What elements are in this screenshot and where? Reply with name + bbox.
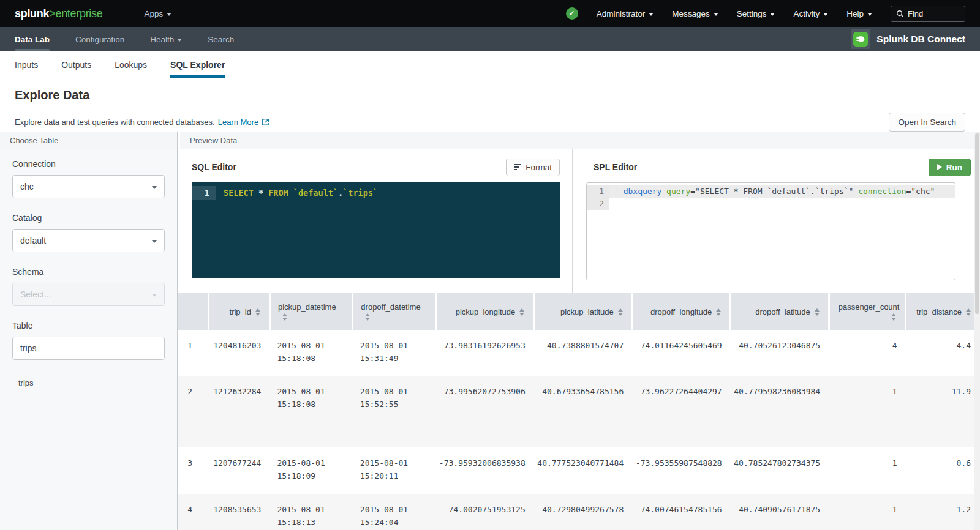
cell: -73.99562072753906 <box>435 376 533 447</box>
nav-item-health[interactable]: Health <box>150 27 182 51</box>
line-number: 1 <box>587 185 609 198</box>
nav-item-search[interactable]: Search <box>208 27 234 51</box>
app-title: Splunk DB Connect <box>876 34 965 45</box>
cell: 40.67933654785156 <box>534 376 632 447</box>
chevron-down-icon <box>177 39 182 42</box>
column-header-trip-id[interactable]: trip_id <box>208 293 270 330</box>
open-in-search-button[interactable]: Open In Search <box>889 113 965 132</box>
cell: 3 <box>178 447 208 494</box>
cell: 2015-08-0115:18:13 <box>270 494 352 530</box>
preview-data-header: Preview Data <box>180 132 980 149</box>
nav-item-data-lab[interactable]: Data Lab <box>15 27 50 51</box>
app-nav-bar: Data LabConfigurationHealthSearch Splunk… <box>0 27 980 51</box>
catalog-select[interactable]: default <box>12 229 165 252</box>
cell: 2015-08-0115:18:08 <box>270 330 352 376</box>
column-header-row-number <box>178 293 208 330</box>
nav-item-configuration[interactable]: Configuration <box>75 27 124 51</box>
menu-administrator[interactable]: Administrator <box>597 9 654 18</box>
cell: 40.777523040771484 <box>534 447 632 494</box>
chevron-down-icon <box>152 294 157 297</box>
column-header-dropoff-longitude[interactable]: dropoff_longitude <box>632 293 730 330</box>
column-header-passenger-count[interactable]: passenger_count <box>829 293 905 330</box>
cell: 40.70526123046875 <box>731 330 829 376</box>
code-text: SELECT * FROM `default`.`trips` <box>216 186 378 200</box>
learn-more-link[interactable]: Learn More <box>218 118 258 127</box>
cell: -74.0020751953125 <box>435 494 533 530</box>
column-header-trip-distance[interactable]: trip_distance <box>906 293 979 330</box>
code-line: 1SELECT * FROM `default`.`trips` <box>192 186 560 200</box>
connection-label: Connection <box>12 159 165 169</box>
chevron-down-icon <box>770 13 775 16</box>
run-button[interactable]: Run <box>929 159 971 176</box>
logo-gt: > <box>49 7 55 20</box>
splunk-enterprise-logo[interactable]: splunk>enterprise <box>15 7 102 20</box>
scrollbar-thumb[interactable] <box>975 133 979 314</box>
sort-icon <box>891 313 896 321</box>
format-button-label: Format <box>526 163 552 172</box>
preview-data-panel: Preview Data SQL Editor Format 1SELECT <box>178 132 980 530</box>
column-label: dropoff_longitude <box>650 307 712 316</box>
sort-icon <box>519 308 524 316</box>
cell: 4 <box>829 330 905 376</box>
format-icon <box>514 163 521 171</box>
cell: 4.4 <box>906 330 979 376</box>
menu-label: Messages <box>672 9 710 18</box>
menu-settings[interactable]: Settings <box>737 9 775 18</box>
sql-code-editor[interactable]: 1SELECT * FROM `default`.`trips` <box>192 182 560 278</box>
apps-menu[interactable]: Apps <box>144 9 172 18</box>
cell: 40.785247802734375 <box>731 447 829 494</box>
column-header-pickup-latitude[interactable]: pickup_latitude <box>534 293 632 330</box>
vertical-scrollbar[interactable] <box>974 132 980 530</box>
apps-menu-label: Apps <box>144 9 163 18</box>
cell: 11.9 <box>906 376 979 447</box>
chevron-down-icon <box>867 13 872 16</box>
table-row: 312076772442015-08-0115:18:092015-08-011… <box>178 447 979 494</box>
chevron-down-icon <box>152 186 157 189</box>
cell: 2 <box>178 376 208 447</box>
tab-lookups[interactable]: Lookups <box>115 51 147 78</box>
health-status-icon[interactable]: ✓ <box>566 7 578 20</box>
connection-select[interactable]: chc <box>12 175 165 198</box>
find-search-box[interactable]: Find <box>891 6 965 22</box>
cell: 0.6 <box>906 447 979 494</box>
table-list-item-trips[interactable]: trips <box>12 375 165 391</box>
code-text <box>609 198 955 210</box>
play-icon <box>937 164 942 170</box>
spl-editor-title: SPL Editor <box>594 162 637 172</box>
column-label: pickup_latitude <box>560 307 614 316</box>
cell: -73.96227264404297 <box>632 376 730 447</box>
cell: 40.72980499267578 <box>534 494 632 530</box>
plug-icon <box>853 32 868 47</box>
column-header-dropoff-latitude[interactable]: dropoff_latitude <box>731 293 829 330</box>
table-input[interactable]: trips <box>12 337 165 360</box>
schema-select[interactable]: Select... <box>12 283 165 306</box>
content-area: Choose Table Connection chc Catalog defa… <box>0 132 980 530</box>
column-header-pickup-longitude[interactable]: pickup_longitude <box>435 293 533 330</box>
column-header-dropoff-datetime[interactable]: dropoff_datetime <box>353 293 435 330</box>
tab-outputs[interactable]: Outputs <box>61 51 91 78</box>
logo-splunk: splunk <box>15 7 49 20</box>
db-connect-app-icon[interactable] <box>851 29 870 49</box>
menu-messages[interactable]: Messages <box>672 9 718 18</box>
line-number: 1 <box>192 186 216 200</box>
sort-icon <box>716 308 721 316</box>
column-label: pickup_datetime <box>278 302 336 312</box>
column-label: trip_id <box>230 307 251 316</box>
cell: 40.7388801574707 <box>534 330 632 376</box>
tab-sql-explorer[interactable]: SQL Explorer <box>170 51 225 78</box>
cell: -73.95355987548828 <box>632 447 730 494</box>
cell: 1 <box>178 330 208 376</box>
column-header-pickup-datetime[interactable]: pickup_datetime <box>270 293 352 330</box>
cell: 40.74090576171875 <box>731 494 829 530</box>
format-button[interactable]: Format <box>506 159 560 176</box>
cell: 4 <box>178 494 208 530</box>
cell: -74.01164245605469 <box>632 330 730 376</box>
search-icon <box>896 10 904 18</box>
spl-code-editor[interactable]: 1| dbxquery query="SELECT * FROM `defaul… <box>586 182 956 280</box>
page-header: Explore Data Explore data and test queri… <box>0 78 980 132</box>
sort-icon <box>365 313 370 321</box>
menu-help[interactable]: Help <box>846 9 872 18</box>
tab-inputs[interactable]: Inputs <box>15 51 38 78</box>
nav-item-label: Health <box>150 35 174 44</box>
menu-activity[interactable]: Activity <box>793 9 828 18</box>
